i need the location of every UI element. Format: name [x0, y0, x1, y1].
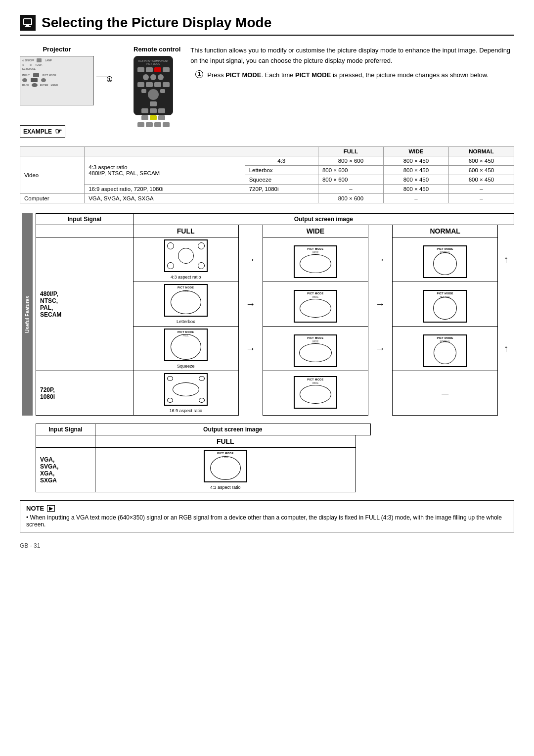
- normal-lb-screen: PICT MODE NORMAL: [393, 282, 498, 327]
- end-computer: [356, 448, 370, 492]
- caption-computer: 4:3 aspect ratio: [97, 485, 354, 490]
- col-normal: NORMAL: [448, 147, 514, 156]
- note-text: When inputting a VGA text mode (640×350)…: [26, 514, 502, 528]
- th-input-signal: Input Signal: [36, 214, 134, 225]
- full-43-screen: 4:3 aspect ratio: [133, 237, 238, 282]
- full-169-screen: 16:9 aspect ratio: [133, 371, 238, 416]
- circles-normal-lb: [424, 291, 466, 322]
- th-end: [498, 225, 514, 237]
- oval-normal: [433, 252, 457, 275]
- mode-169: 720P, 1080i: [245, 185, 318, 194]
- normal-169-screen: —: [393, 371, 498, 416]
- remote-container: Remote control RGB INPUT COMPONENT PICT …: [134, 46, 180, 115]
- note-box: NOTE ▶ • When inputting a VGA text mode …: [20, 500, 514, 532]
- col-type: [20, 147, 85, 156]
- arrow-loop-sq: ↑: [498, 327, 514, 371]
- summary-table: FULL WIDE NORMAL Video 4:3 aspect ratio4…: [20, 146, 514, 203]
- th-normal: NORMAL: [393, 225, 498, 237]
- useful-features-tab: Useful Features: [22, 213, 33, 416]
- computer-signal-row: VGA,SVGA,XGA,SXGA PICT MODE FULL 4:3 asp…: [36, 448, 371, 492]
- mode-lb: Letterbox: [245, 166, 318, 175]
- wide-screen-sq: PICT MODE WIDE: [294, 334, 337, 369]
- screen-mini-wide-43: PICT MODE WIDE: [294, 245, 337, 278]
- video-cell: Video: [20, 156, 85, 194]
- page-title: Selecting the Picture Display Mode: [20, 15, 514, 36]
- circles-full-lb: [165, 285, 207, 316]
- full-screen-sq: PICT MODE FULL: [164, 329, 208, 363]
- th-empty-computer: [356, 435, 370, 448]
- signal-name-ntsc: 480I/P,NTSC,PAL,SECAM: [36, 237, 134, 371]
- example-label: EXAMPLE: [23, 128, 52, 135]
- bullet: •: [26, 514, 30, 521]
- remote-label: Remote control: [134, 46, 180, 53]
- normal-screen-lb: PICT MODE NORMAL: [423, 290, 467, 324]
- wide-lb: 800 × 450: [383, 166, 448, 175]
- input-screen-169: [164, 373, 208, 407]
- th-arrow2: [368, 225, 392, 237]
- wide-169: 800 × 450: [383, 185, 448, 194]
- th-full: FULL: [133, 225, 238, 237]
- projector-container: Projector ⊙ ON/OFF LAMP ⊙ ⊙ TEMP. KEYSTO…: [20, 46, 94, 105]
- normal-43: 600 × 450: [448, 156, 514, 166]
- example-box: EXAMPLE ☞: [20, 125, 65, 138]
- wide-screen-lb: PICT MODE WIDE: [294, 290, 337, 324]
- caption-169: 16:9 aspect ratio: [135, 408, 236, 413]
- screen-mini-computer: PICT MODE FULL: [204, 450, 247, 482]
- circles-full-sq: [165, 330, 207, 360]
- normal-lb: 600 × 450: [448, 166, 514, 175]
- dash-normal-169: —: [442, 389, 448, 397]
- end-169: [498, 371, 514, 416]
- circles-computer: [205, 451, 246, 481]
- th-full-computer: FULL: [95, 435, 356, 448]
- arrow-full-wide-lb: →: [238, 282, 263, 327]
- pict-mode-label: PICT MODE: [437, 336, 454, 339]
- full-lb-screen: PICT MODE FULL Letterbox: [133, 282, 238, 327]
- screen-mini-wide-sq: PICT MODE WIDE: [294, 334, 337, 367]
- wide-169-screen: PICT MODE WIDE: [263, 371, 368, 416]
- computer-normal: –: [448, 194, 514, 203]
- col-modes: [245, 147, 318, 156]
- corner-tl-169: [167, 376, 173, 381]
- caption-43: 4:3 aspect ratio: [135, 275, 236, 280]
- wide-lb-screen: PICT MODE WIDE: [263, 282, 368, 327]
- arrow-loop-43: ↑: [498, 237, 514, 282]
- arrow-wide-normal-lb: →: [368, 282, 392, 327]
- wide-43: 800 × 450: [383, 156, 448, 166]
- svg-rect-0: [24, 19, 32, 25]
- center-circle: [178, 248, 194, 264]
- corner-tl: [167, 242, 174, 249]
- page-icon: [20, 15, 36, 31]
- description-text: This function allows you to modify or cu…: [190, 46, 514, 88]
- projector-label: Projector: [20, 46, 94, 53]
- mode-sq: Squeeze: [245, 175, 318, 185]
- corner-bl-169: [167, 398, 173, 403]
- screen-mini-normal-sq: PICT MODE NORMAL: [423, 334, 467, 367]
- full-lb: 800 × 600: [318, 166, 383, 175]
- th-wide: WIDE: [263, 225, 368, 237]
- step1-text: Press PICT MODE. Each time PICT MODE is …: [207, 70, 489, 81]
- ntsc-cell: 4:3 aspect ratio480I/P, NTSC, PAL, SECAM: [85, 156, 245, 185]
- oval-full-computer: [210, 456, 241, 480]
- arrow-wide-normal-sq: →: [368, 327, 392, 371]
- end-lb: [498, 282, 514, 327]
- description-para: This function allows you to modify or cu…: [190, 46, 514, 66]
- note-header: NOTE ▶: [26, 505, 508, 512]
- page-number: GB - 31: [20, 542, 40, 549]
- screen-mini-normal-lb: PICT MODE NORMAL: [423, 290, 467, 323]
- oval-full: [171, 290, 201, 314]
- arrow-wide-normal-43: →: [368, 237, 392, 282]
- circles-wide-lb: [295, 291, 336, 322]
- signal-name-720p: 720P,1080i: [36, 371, 134, 416]
- svg-rect-1: [26, 25, 29, 26]
- circles-wide-169: [295, 377, 336, 408]
- no-arrow-169-1: [238, 371, 263, 416]
- screen-mini-wide-lb: PICT MODE WIDE: [294, 290, 337, 323]
- pict-mode-label: PICT MODE: [307, 247, 324, 250]
- th-output: Output screen image: [133, 214, 514, 225]
- th-blank-computer: [36, 435, 95, 448]
- computer-signal: VGA, SVGA, XGA, SXGA: [85, 194, 318, 203]
- arrow-full-wide-43: →: [238, 237, 263, 282]
- signal-row-ntsc: 480I/P,NTSC,PAL,SECAM 4:3 asp: [36, 237, 514, 282]
- input-screen-43: [164, 239, 208, 274]
- pict-mode-label: PICT MODE: [307, 292, 324, 295]
